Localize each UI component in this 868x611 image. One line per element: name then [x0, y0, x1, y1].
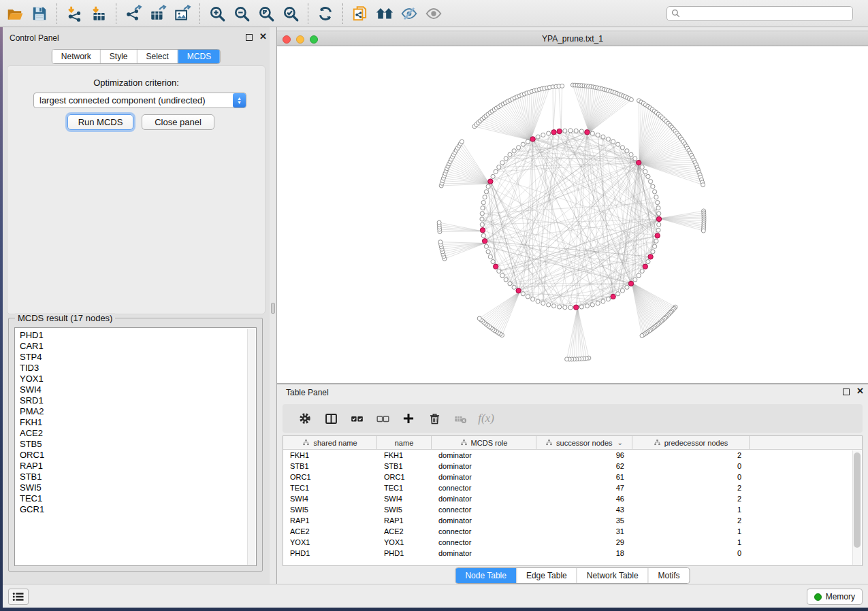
graph-node[interactable] — [568, 306, 573, 310]
table-row[interactable]: YOX1YOX1connector291 — [283, 537, 862, 548]
graph-node[interactable] — [625, 285, 629, 289]
graph-dominator-node[interactable] — [494, 264, 498, 269]
graph-node[interactable] — [637, 274, 641, 278]
graph-node[interactable] — [640, 333, 644, 337]
graph-node[interactable] — [497, 269, 501, 273]
graph-node[interactable] — [596, 301, 600, 306]
graph-node[interactable] — [646, 174, 650, 178]
graph-node[interactable] — [596, 133, 600, 137]
graph-node[interactable] — [633, 278, 637, 282]
network-graph[interactable] — [277, 46, 868, 383]
graph-node[interactable] — [579, 305, 583, 309]
graph-node[interactable] — [565, 357, 569, 361]
vertical-splitter[interactable] — [270, 27, 277, 584]
graph-node[interactable] — [640, 269, 644, 273]
table-row[interactable]: STB1STB1dominator620 — [283, 461, 862, 472]
open-file-button[interactable] — [3, 2, 27, 25]
mcds-result-item[interactable]: SWI5 — [15, 482, 256, 493]
graph-node[interactable] — [541, 133, 545, 137]
float-table-panel-icon[interactable] — [843, 389, 850, 395]
graph-dominator-node[interactable] — [656, 216, 661, 221]
graph-node[interactable] — [480, 217, 484, 221]
tab-edge-table[interactable]: Edge Table — [516, 568, 577, 583]
table-settings-button[interactable] — [292, 406, 318, 431]
graph-node[interactable] — [560, 84, 564, 88]
mcds-result-item[interactable]: TID3 — [15, 363, 256, 374]
graph-node[interactable] — [481, 206, 485, 210]
graph-node[interactable] — [526, 139, 530, 144]
graph-node[interactable] — [654, 195, 658, 199]
graph-node[interactable] — [484, 244, 488, 248]
graph-node[interactable] — [508, 282, 512, 286]
graph-node[interactable] — [521, 142, 525, 146]
tab-style[interactable]: Style — [100, 50, 137, 63]
graph-node[interactable] — [563, 129, 567, 133]
graph-node[interactable] — [438, 240, 443, 244]
graph-node[interactable] — [640, 165, 644, 169]
graph-node[interactable] — [547, 303, 551, 307]
graph-node[interactable] — [547, 131, 551, 135]
first-neighbors-button[interactable] — [372, 2, 397, 25]
graph-node[interactable] — [590, 303, 594, 307]
graph-node[interactable] — [657, 212, 661, 216]
import-table-button[interactable] — [86, 2, 111, 25]
graph-dominator-node[interactable] — [516, 288, 521, 293]
close-table-panel-icon[interactable]: ✕ — [856, 386, 864, 397]
mcds-result-item[interactable]: ORC1 — [15, 450, 256, 461]
panel-list-button[interactable] — [8, 589, 29, 605]
graph-node[interactable] — [649, 180, 653, 184]
graph-node[interactable] — [488, 254, 492, 259]
mcds-result-item[interactable]: ACE2 — [15, 428, 256, 439]
apply-function-button[interactable]: f(x) — [473, 406, 499, 431]
graph-node[interactable] — [552, 304, 556, 308]
graph-dominator-node[interactable] — [655, 233, 660, 238]
mcds-result-item[interactable]: FKH1 — [15, 417, 256, 428]
graph-node[interactable] — [480, 222, 484, 227]
save-session-button[interactable] — [27, 2, 52, 25]
table-row[interactable]: SWI5SWI5connector431 — [283, 504, 862, 515]
zoom-out-button[interactable] — [229, 2, 254, 25]
graph-node[interactable] — [625, 149, 629, 153]
mcds-result-list[interactable]: PHD1CAR1STP4TID3YOX1SWI4SRD1PMA2FKH1ACE2… — [14, 327, 257, 566]
graph-node[interactable] — [437, 220, 441, 225]
mcds-result-item[interactable]: STB5 — [15, 439, 256, 450]
graph-node[interactable] — [701, 229, 705, 233]
graph-node[interactable] — [646, 260, 650, 264]
graph-node[interactable] — [541, 301, 545, 306]
graph-node[interactable] — [629, 98, 633, 102]
mcds-list-scrollbar[interactable] — [247, 329, 255, 565]
refresh-view-button[interactable] — [313, 2, 338, 25]
graph-node[interactable] — [601, 299, 605, 303]
add-column-button[interactable] — [396, 406, 421, 431]
graph-dominator-node[interactable] — [530, 137, 535, 142]
float-panel-icon[interactable] — [246, 34, 253, 41]
graph-node[interactable] — [517, 146, 521, 150]
mcds-result-item[interactable]: SWI4 — [15, 384, 256, 395]
graph-node[interactable] — [512, 149, 516, 153]
column-header-successor-nodes[interactable]: successor nodes⌄ — [536, 436, 632, 449]
graph-dominator-node[interactable] — [557, 129, 562, 133]
graph-node[interactable] — [651, 184, 655, 188]
zoom-in-button[interactable] — [205, 2, 229, 25]
graph-node[interactable] — [512, 285, 516, 289]
graph-node[interactable] — [653, 244, 657, 248]
select-all-columns-button[interactable] — [344, 406, 370, 431]
mcds-result-item[interactable]: YOX1 — [15, 374, 256, 384]
search-field[interactable] — [666, 6, 853, 21]
network-canvas[interactable] — [277, 46, 868, 383]
close-panel-button[interactable]: Close panel — [142, 114, 214, 130]
graph-dominator-node[interactable] — [574, 305, 579, 310]
graph-node[interactable] — [611, 139, 615, 144]
mcds-result-item[interactable]: SRD1 — [15, 395, 256, 406]
graph-dominator-node[interactable] — [480, 228, 485, 233]
export-image-button[interactable] — [170, 2, 195, 25]
mcds-result-item[interactable]: GCR1 — [15, 504, 256, 515]
graph-node[interactable] — [486, 184, 490, 188]
table-row[interactable]: ACE2ACE2connector311 — [283, 526, 862, 537]
import-network-button[interactable] — [62, 2, 86, 25]
tab-select[interactable]: Select — [137, 50, 178, 63]
graph-node[interactable] — [531, 297, 535, 301]
graph-node[interactable] — [620, 288, 624, 293]
graph-node[interactable] — [536, 135, 540, 139]
tab-node-table[interactable]: Node Table — [455, 568, 516, 583]
